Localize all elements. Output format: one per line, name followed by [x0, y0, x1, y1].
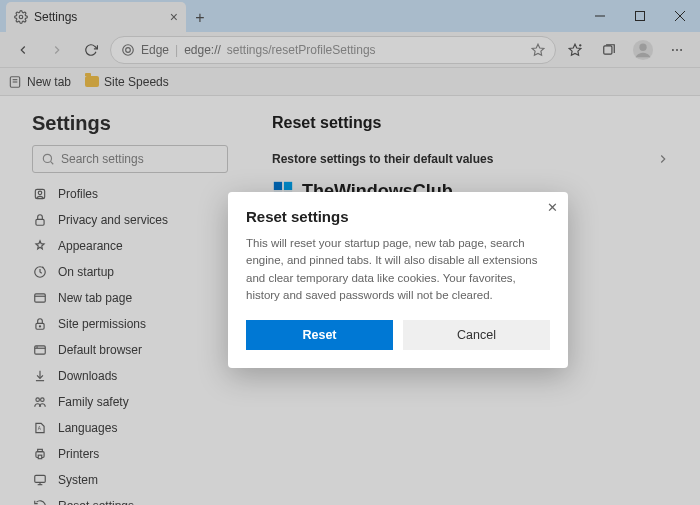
dialog-title: Reset settings: [246, 208, 550, 225]
reset-button[interactable]: Reset: [246, 320, 393, 350]
dialog-close-button[interactable]: ✕: [547, 200, 558, 215]
cancel-button[interactable]: Cancel: [403, 320, 550, 350]
reset-settings-dialog: ✕ Reset settings This will reset your st…: [228, 192, 568, 368]
dialog-body: This will reset your startup page, new t…: [246, 235, 550, 304]
